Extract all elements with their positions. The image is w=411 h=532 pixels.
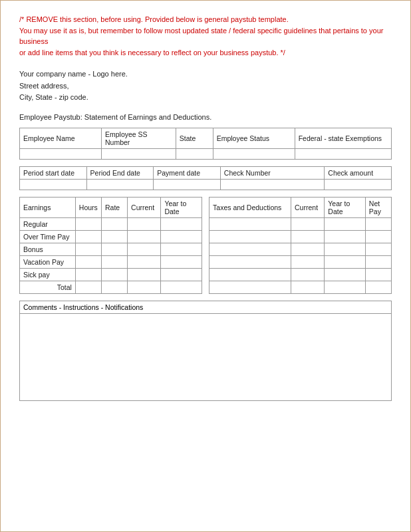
tax-label-vacation xyxy=(209,255,291,268)
earnings-label-vacation: Vacation Pay xyxy=(20,255,76,268)
check-number-cell xyxy=(220,179,325,190)
rate-regular xyxy=(101,217,127,230)
col-check-amount: Check amount xyxy=(325,166,392,179)
check-amount-cell xyxy=(325,179,392,190)
net-pay-sick xyxy=(365,268,391,281)
comments-section: Comments - Instructions - Notifications xyxy=(19,301,392,401)
earnings-label-sick: Sick pay xyxy=(20,268,76,281)
current-vacation xyxy=(128,255,161,268)
tax-ytd-sick xyxy=(325,268,365,281)
tax-current-vacation xyxy=(291,255,325,268)
employee-table: Employee Name Employee SS Number State E… xyxy=(19,128,392,160)
tax-label-overtime xyxy=(209,230,291,243)
col-taxes: Taxes and Deductions xyxy=(209,197,291,217)
hours-total xyxy=(75,281,101,293)
paystub-page: /* REMOVE this section, before using. Pr… xyxy=(0,0,411,532)
tax-ytd-overtime xyxy=(325,230,365,243)
tax-label-sick xyxy=(209,268,291,281)
period-start-cell xyxy=(20,179,87,190)
tax-current-total xyxy=(291,281,325,293)
hours-bonus xyxy=(75,243,101,255)
rate-total xyxy=(101,281,127,293)
col-employee-name: Employee Name xyxy=(20,128,102,148)
notice-line1: /* REMOVE this section, before using. Pr… xyxy=(19,14,392,25)
earnings-row-bonus: Bonus xyxy=(20,243,392,255)
employee-status-cell xyxy=(213,148,295,159)
net-pay-total xyxy=(365,281,391,293)
earnings-label-bonus: Bonus xyxy=(20,243,76,255)
period-table: Period start date Period End date Paymen… xyxy=(19,166,392,190)
tax-current-sick xyxy=(291,268,325,281)
company-info: Your company name - Logo here. Street ad… xyxy=(19,68,392,104)
earnings-table: Earnings Hours Rate Current Year to Date… xyxy=(19,197,392,294)
col-spacer xyxy=(202,197,209,217)
spacer-overtime xyxy=(202,230,209,243)
period-end-cell xyxy=(86,179,154,190)
comments-body xyxy=(20,314,391,400)
comments-header: Comments - Instructions - Notifications xyxy=(20,301,391,314)
tax-label-total xyxy=(209,281,291,293)
rate-sick xyxy=(101,268,127,281)
col-earnings: Earnings xyxy=(20,197,76,217)
current-regular xyxy=(128,217,161,230)
tax-ytd-vacation xyxy=(325,255,365,268)
current-overtime xyxy=(128,230,161,243)
spacer-vacation xyxy=(202,255,209,268)
rate-overtime xyxy=(101,230,127,243)
earnings-row-overtime: Over Time Pay xyxy=(20,230,392,243)
company-name: Your company name - Logo here. xyxy=(19,68,392,80)
current-total xyxy=(128,281,161,293)
hours-vacation xyxy=(75,255,101,268)
col-tax-ytd: Year to Date xyxy=(325,197,365,217)
ytd-total xyxy=(161,281,202,293)
employee-exemptions-cell xyxy=(295,148,391,159)
employee-name-cell xyxy=(20,148,102,159)
tax-current-bonus xyxy=(291,243,325,255)
ytd-sick xyxy=(161,268,202,281)
col-exemptions: Federal - state Exemptions xyxy=(295,128,391,148)
col-period-end: Period End date xyxy=(86,166,154,179)
hours-sick xyxy=(75,268,101,281)
payment-date-cell xyxy=(154,179,221,190)
tax-label-bonus xyxy=(209,243,291,255)
current-sick xyxy=(128,268,161,281)
col-state: State xyxy=(176,128,213,148)
employee-table-section: Employee Name Employee SS Number State E… xyxy=(19,128,392,160)
tax-label-regular xyxy=(209,217,291,230)
notice-line3: or add line items that you think is nece… xyxy=(19,47,392,59)
paystub-title: Employee Paystub: Statement of Earnings … xyxy=(19,113,392,121)
rate-bonus xyxy=(101,243,127,255)
net-pay-bonus xyxy=(365,243,391,255)
tax-ytd-bonus xyxy=(325,243,365,255)
tax-ytd-total xyxy=(325,281,365,293)
col-current: Current xyxy=(128,197,161,217)
spacer-total xyxy=(202,281,209,293)
hours-overtime xyxy=(75,230,101,243)
earnings-label-regular: Regular xyxy=(20,217,76,230)
earnings-row-regular: Regular xyxy=(20,217,392,230)
company-city: City, State - zip code. xyxy=(19,92,392,104)
rate-vacation xyxy=(101,255,127,268)
ytd-vacation xyxy=(161,255,202,268)
earnings-row-total: Total xyxy=(20,281,392,293)
employee-ss-cell xyxy=(101,148,176,159)
period-data-row xyxy=(20,179,392,190)
period-table-section: Period start date Period End date Paymen… xyxy=(19,166,392,190)
col-net-pay: Net Pay xyxy=(365,197,391,217)
earnings-table-section: Earnings Hours Rate Current Year to Date… xyxy=(19,197,392,294)
col-status: Employee Status xyxy=(213,128,295,148)
notice-section: /* REMOVE this section, before using. Pr… xyxy=(19,14,392,58)
employee-data-row xyxy=(20,148,392,159)
col-tax-current: Current xyxy=(291,197,325,217)
col-ss-number: Employee SS Number xyxy=(101,128,176,148)
current-bonus xyxy=(128,243,161,255)
notice-line2: You may use it as is, but remember to fo… xyxy=(19,25,392,47)
earnings-row-sick: Sick pay xyxy=(20,268,392,281)
col-hours: Hours xyxy=(75,197,101,217)
spacer-bonus xyxy=(202,243,209,255)
net-pay-vacation xyxy=(365,255,391,268)
hours-regular xyxy=(75,217,101,230)
spacer-regular xyxy=(202,217,209,230)
net-pay-overtime xyxy=(365,230,391,243)
tax-current-regular xyxy=(291,217,325,230)
